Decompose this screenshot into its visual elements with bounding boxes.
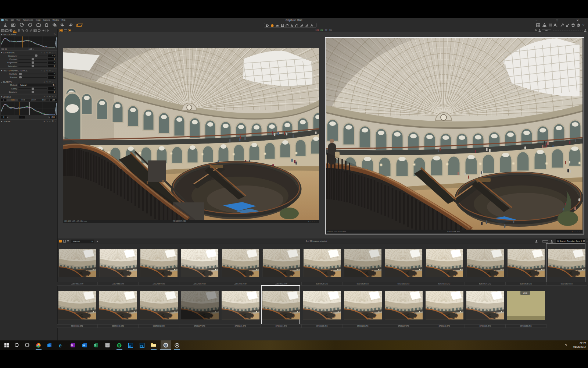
svg-text:W: W (83, 344, 86, 347)
svg-text:LCC: LCC (523, 292, 528, 294)
svg-text:1: 1 (165, 344, 167, 347)
svg-text:O: O (49, 344, 51, 347)
svg-text:Lr: Lr (129, 344, 132, 347)
svg-text:N: N (71, 344, 73, 347)
svg-text:X: X (94, 344, 96, 347)
svg-text:Ps: Ps (140, 344, 144, 347)
svg-text:e: e (59, 343, 62, 348)
